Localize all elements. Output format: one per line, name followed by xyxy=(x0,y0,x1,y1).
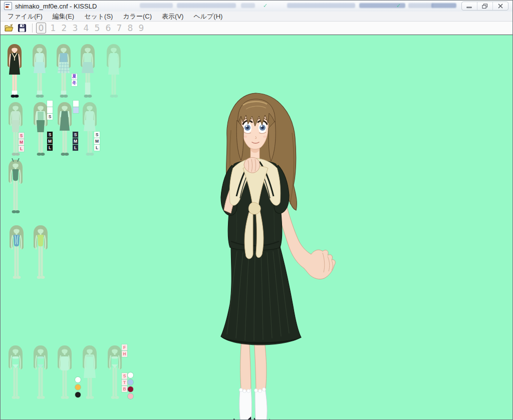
stb-toggle-chip-T[interactable]: T xyxy=(122,379,127,385)
fh-toggle-chip-F[interactable]: F xyxy=(122,344,127,350)
option-chips-jumper xyxy=(73,101,79,113)
size-sml-blouse: SML xyxy=(94,132,100,151)
page-button-9[interactable]: 9 xyxy=(136,23,146,33)
ghost-window-text xyxy=(408,3,433,8)
outfit-thumbnail-bunny-suit[interactable] xyxy=(5,158,27,218)
ghost-window-text xyxy=(177,3,236,8)
minimize-button[interactable] xyxy=(462,2,477,10)
stb-toggle-chip-S[interactable]: S xyxy=(122,373,127,379)
palette-dot-white[interactable] xyxy=(75,377,81,382)
palette-dot-yellow[interactable] xyxy=(75,384,81,390)
ghost-check-icon: ✓ xyxy=(396,3,402,8)
option-chips-vest-chip-1[interactable] xyxy=(47,107,53,113)
outfit-thumbnail-green-top-outfit[interactable] xyxy=(77,43,99,103)
toolbar-separator xyxy=(32,24,33,33)
title-bar[interactable]: shimako_mf0e.cnf - KISSLD ✓ ✓ xyxy=(1,1,512,12)
ghost-window-text xyxy=(241,3,255,8)
app-icon xyxy=(4,2,12,10)
menu-bar: ファイル(F)編集(E)セット(S)カラー(C)表示(V)ヘルプ(H) xyxy=(1,12,512,22)
page-button-5[interactable]: 5 xyxy=(92,23,102,33)
size-sml-pink-suit: SML xyxy=(19,133,24,152)
window-title: shimako_mf0e.cnf - KISSLD xyxy=(15,3,97,10)
size-sml-blouse-chip-L[interactable]: L xyxy=(94,145,100,151)
page-button-4[interactable]: 4 xyxy=(81,23,91,33)
season-toggle-chip-冬[interactable]: 冬 xyxy=(72,80,77,86)
lingerie-dot-blue[interactable] xyxy=(128,379,133,385)
size-sml-jumper-chip-S[interactable]: S xyxy=(73,132,78,138)
page-button-3[interactable]: 3 xyxy=(70,23,80,33)
size-sml-pink-suit-chip-S[interactable]: S xyxy=(19,133,24,139)
kissld-window: shimako_mf0e.cnf - KISSLD ✓ ✓ ファイル(F)編集(… xyxy=(0,0,513,420)
palette-dot-black[interactable] xyxy=(75,392,81,397)
outfit-thumbnail-white-underwear[interactable] xyxy=(5,344,27,404)
outfit-thumbnail-yellow-swimsuit[interactable] xyxy=(30,224,52,284)
option-chips-jumper-chip-1[interactable] xyxy=(73,107,79,113)
size-sml-blouse-chip-S[interactable]: S xyxy=(94,132,100,138)
size-sml-vest-chip-S[interactable]: S xyxy=(47,132,53,138)
outfit-thumbnail-blue-swimsuit[interactable] xyxy=(6,224,28,284)
ghost-check-icon: ✓ xyxy=(263,3,269,8)
outfit-thumbnail-blue-underwear[interactable] xyxy=(30,344,52,404)
size-sml-jumper: SML xyxy=(73,132,78,151)
outfit-thumbnail-pale-dress-outfit[interactable] xyxy=(103,43,125,103)
ghost-window-text xyxy=(287,3,355,8)
client-area: Lock 夏冬SMLSSMLSMLSMLFHSTB xyxy=(1,36,512,420)
close-button[interactable] xyxy=(493,2,508,10)
option-chips-jumper-chip-0[interactable] xyxy=(73,101,79,107)
outfit-thumbnail-plaid-skirt-outfit[interactable] xyxy=(53,43,75,103)
page-button-2[interactable]: 2 xyxy=(59,23,69,33)
option-chips-vest-chip-0[interactable] xyxy=(47,101,53,107)
page-button-6[interactable]: 6 xyxy=(103,23,113,33)
menu-item-file[interactable]: ファイル(F) xyxy=(3,12,48,22)
size-sml-vest-chip-M[interactable]: M xyxy=(47,138,53,144)
size-sml-pink-suit-chip-L[interactable]: L xyxy=(19,146,24,152)
menu-item-set[interactable]: セット(S) xyxy=(79,12,118,22)
fh-toggle: FH xyxy=(122,344,127,357)
option-chips-vest: S xyxy=(47,101,53,120)
size-sml-jumper-chip-M[interactable]: M xyxy=(73,138,78,144)
outfit-thumbnail-dark-jumper-dress[interactable] xyxy=(54,101,76,161)
page-button-0[interactable]: 0 xyxy=(36,23,46,34)
outfit-thumbnail-nightgown[interactable] xyxy=(79,344,101,404)
outfit-thumbnail-pink-suit[interactable] xyxy=(5,101,27,161)
size-sml-pink-suit-chip-M[interactable]: M xyxy=(19,139,24,145)
stb-toggle: STB xyxy=(122,373,127,392)
open-file-icon[interactable] xyxy=(4,24,14,33)
outfit-thumbnail-winter-sailor-uniform[interactable] xyxy=(4,43,26,103)
menu-item-help[interactable]: ヘルプ(H) xyxy=(188,12,227,22)
lingerie-dot-crimson[interactable] xyxy=(128,386,133,392)
ghost-window-text xyxy=(431,3,456,8)
season-toggle-chip-夏[interactable]: 夏 xyxy=(72,74,77,80)
menu-item-edit[interactable]: 編集(E) xyxy=(48,12,79,22)
option-chips-vest-chip-S[interactable]: S xyxy=(47,114,53,120)
page-button-1[interactable]: 1 xyxy=(48,23,58,33)
page-button-7[interactable]: 7 xyxy=(114,23,124,33)
fh-toggle-chip-H[interactable]: H xyxy=(122,351,127,357)
main-doll[interactable] xyxy=(201,80,351,420)
size-sml-jumper-chip-L[interactable]: L xyxy=(73,145,78,151)
ghost-window-text xyxy=(140,3,173,8)
size-sml-vest-chip-L[interactable]: L xyxy=(47,145,53,151)
outfit-thumbnail-pale-blouse-outfit[interactable] xyxy=(79,101,101,161)
size-sml-vest: SML xyxy=(47,132,53,151)
menu-item-view[interactable]: 表示(V) xyxy=(157,12,188,22)
restore-button[interactable] xyxy=(477,2,493,10)
menu-item-color[interactable]: カラー(C) xyxy=(118,12,157,22)
lingerie-dot-white[interactable] xyxy=(128,372,133,378)
lingerie-dot-pink[interactable] xyxy=(128,393,133,399)
outfit-thumbnail-bath-towel[interactable] xyxy=(54,344,76,404)
save-file-icon[interactable] xyxy=(18,24,28,33)
outfit-thumbnail-summer-uniform[interactable] xyxy=(29,43,51,103)
size-sml-blouse-chip-M[interactable]: M xyxy=(94,138,100,144)
stb-toggle-chip-B[interactable]: B xyxy=(122,386,127,392)
season-toggle: 夏冬 xyxy=(72,74,77,86)
toolbar: 0123456789 xyxy=(1,22,512,35)
page-button-8[interactable]: 8 xyxy=(125,23,135,33)
window-controls xyxy=(461,2,508,11)
